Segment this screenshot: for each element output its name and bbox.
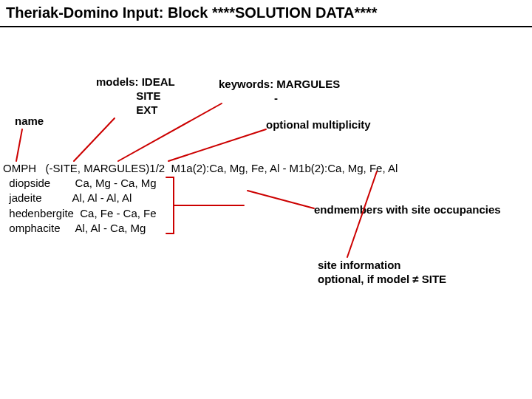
svg-line-4 [248,191,314,208]
code-endmember-block: diopside Ca, Mg - Ca, Mg jadeite Al, Al … [3,176,157,236]
label-site-information: site information optional, if model ≠ SI… [318,259,446,287]
svg-line-1 [74,118,115,161]
label-keywords: keywords: MARGULES - [219,78,340,106]
label-optional-multiplicity: optional multiplicity [266,118,371,132]
label-name: name [15,115,44,129]
svg-line-0 [16,129,22,161]
label-endmembers: endmembers with site occupancies [314,203,501,217]
label-models: models: IDEAL SITE EXT [96,75,175,117]
code-header-line: OMPH (-SITE, MARGULES)1/2 M1a(2):Ca, Mg,… [3,161,398,176]
page-title: Theriak-Domino Input: Block ****SOLUTION… [0,0,532,27]
svg-line-3 [168,129,266,161]
